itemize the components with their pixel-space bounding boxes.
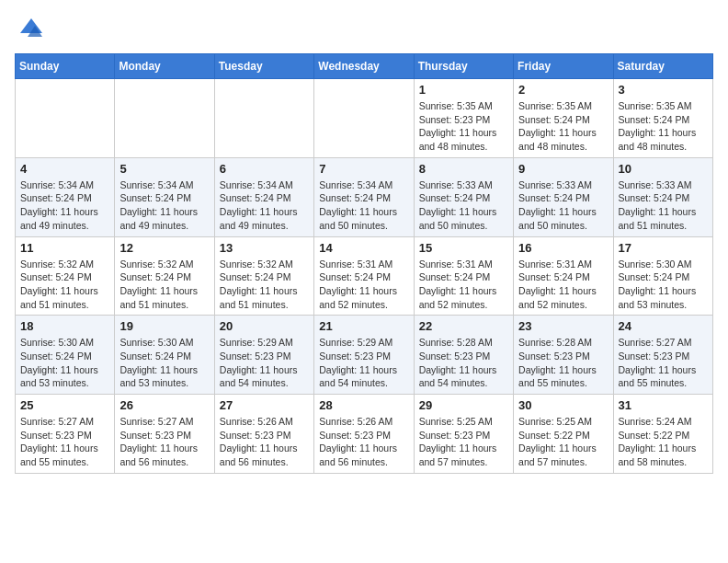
- day-number: 11: [20, 241, 109, 255]
- logo: [15, 15, 48, 44]
- day-info: Sunrise: 5:33 AM Sunset: 5:24 PM Dayligh…: [619, 178, 708, 233]
- day-number: 19: [119, 319, 209, 333]
- day-info: Sunrise: 5:35 AM Sunset: 5:24 PM Dayligh…: [518, 99, 608, 154]
- weekday-header-monday: Monday: [115, 54, 214, 79]
- day-info: Sunrise: 5:34 AM Sunset: 5:24 PM Dayligh…: [220, 178, 309, 233]
- day-number: 25: [20, 398, 109, 412]
- day-number: 26: [119, 398, 209, 412]
- day-number: 2: [518, 83, 608, 97]
- day-number: 12: [119, 241, 209, 255]
- logo-icon: [15, 15, 44, 44]
- calendar-cell: 18Sunrise: 5:30 AM Sunset: 5:24 PM Dayli…: [16, 316, 115, 395]
- calendar-cell: 30Sunrise: 5:25 AM Sunset: 5:22 PM Dayli…: [514, 395, 613, 474]
- day-number: 3: [619, 83, 708, 97]
- day-number: 5: [119, 162, 209, 176]
- day-info: Sunrise: 5:32 AM Sunset: 5:24 PM Dayligh…: [119, 258, 209, 312]
- calendar-cell: 5Sunrise: 5:34 AM Sunset: 5:24 PM Daylig…: [115, 157, 214, 236]
- day-number: 14: [319, 241, 408, 255]
- calendar-cell: 8Sunrise: 5:33 AM Sunset: 5:24 PM Daylig…: [414, 157, 513, 236]
- calendar-cell: 17Sunrise: 5:30 AM Sunset: 5:24 PM Dayli…: [613, 236, 712, 316]
- day-number: 9: [518, 162, 608, 176]
- calendar-cell: [214, 79, 313, 158]
- day-info: Sunrise: 5:30 AM Sunset: 5:24 PM Dayligh…: [619, 258, 708, 312]
- day-info: Sunrise: 5:26 AM Sunset: 5:23 PM Dayligh…: [220, 415, 309, 469]
- day-info: Sunrise: 5:35 AM Sunset: 5:23 PM Dayligh…: [419, 99, 508, 154]
- svg-marker-0: [20, 18, 42, 33]
- day-number: 20: [220, 319, 309, 333]
- day-number: 27: [220, 398, 309, 412]
- calendar-cell: 25Sunrise: 5:27 AM Sunset: 5:23 PM Dayli…: [16, 395, 115, 474]
- day-number: 13: [220, 241, 309, 255]
- calendar-cell: 10Sunrise: 5:33 AM Sunset: 5:24 PM Dayli…: [613, 157, 712, 236]
- calendar-cell: 14Sunrise: 5:31 AM Sunset: 5:24 PM Dayli…: [314, 236, 414, 316]
- calendar-cell: 7Sunrise: 5:34 AM Sunset: 5:24 PM Daylig…: [314, 157, 414, 236]
- calendar-header-row: SundayMondayTuesdayWednesdayThursdayFrid…: [16, 54, 713, 79]
- day-number: 28: [319, 398, 408, 412]
- calendar-cell: 13Sunrise: 5:32 AM Sunset: 5:24 PM Dayli…: [214, 236, 313, 316]
- calendar-cell: 27Sunrise: 5:26 AM Sunset: 5:23 PM Dayli…: [214, 395, 313, 474]
- day-info: Sunrise: 5:27 AM Sunset: 5:23 PM Dayligh…: [619, 336, 708, 390]
- day-info: Sunrise: 5:27 AM Sunset: 5:23 PM Dayligh…: [119, 415, 209, 469]
- calendar-cell: 29Sunrise: 5:25 AM Sunset: 5:23 PM Dayli…: [414, 395, 513, 474]
- weekday-header-thursday: Thursday: [414, 54, 513, 79]
- day-number: 15: [419, 241, 508, 255]
- day-info: Sunrise: 5:32 AM Sunset: 5:24 PM Dayligh…: [20, 258, 109, 312]
- calendar-cell: 22Sunrise: 5:28 AM Sunset: 5:23 PM Dayli…: [414, 316, 513, 395]
- day-info: Sunrise: 5:29 AM Sunset: 5:23 PM Dayligh…: [319, 336, 408, 390]
- weekday-header-saturday: Saturday: [613, 54, 712, 79]
- weekday-header-friday: Friday: [514, 54, 613, 79]
- calendar-week-2: 4Sunrise: 5:34 AM Sunset: 5:24 PM Daylig…: [16, 157, 713, 236]
- day-info: Sunrise: 5:34 AM Sunset: 5:24 PM Dayligh…: [119, 178, 209, 233]
- day-number: 1: [419, 83, 508, 97]
- calendar-table: SundayMondayTuesdayWednesdayThursdayFrid…: [15, 53, 713, 474]
- calendar-cell: 6Sunrise: 5:34 AM Sunset: 5:24 PM Daylig…: [214, 157, 313, 236]
- calendar-cell: [314, 79, 414, 158]
- day-info: Sunrise: 5:30 AM Sunset: 5:24 PM Dayligh…: [119, 336, 209, 390]
- day-number: 4: [20, 162, 109, 176]
- day-info: Sunrise: 5:27 AM Sunset: 5:23 PM Dayligh…: [20, 415, 109, 469]
- calendar-cell: 9Sunrise: 5:33 AM Sunset: 5:24 PM Daylig…: [514, 157, 613, 236]
- day-number: 10: [619, 162, 708, 176]
- day-number: 29: [419, 398, 508, 412]
- weekday-header-tuesday: Tuesday: [214, 54, 313, 79]
- day-info: Sunrise: 5:32 AM Sunset: 5:24 PM Dayligh…: [220, 258, 309, 312]
- day-number: 16: [518, 241, 608, 255]
- day-info: Sunrise: 5:28 AM Sunset: 5:23 PM Dayligh…: [419, 336, 508, 390]
- day-info: Sunrise: 5:33 AM Sunset: 5:24 PM Dayligh…: [518, 178, 608, 233]
- day-info: Sunrise: 5:31 AM Sunset: 5:24 PM Dayligh…: [319, 258, 408, 312]
- day-number: 31: [619, 398, 708, 412]
- calendar-week-1: 1Sunrise: 5:35 AM Sunset: 5:23 PM Daylig…: [16, 79, 713, 158]
- day-info: Sunrise: 5:34 AM Sunset: 5:24 PM Dayligh…: [319, 178, 408, 233]
- day-info: Sunrise: 5:28 AM Sunset: 5:23 PM Dayligh…: [518, 336, 608, 390]
- weekday-header-wednesday: Wednesday: [314, 54, 414, 79]
- day-number: 8: [419, 162, 508, 176]
- day-info: Sunrise: 5:35 AM Sunset: 5:24 PM Dayligh…: [619, 99, 708, 154]
- day-number: 24: [619, 319, 708, 333]
- calendar-cell: 26Sunrise: 5:27 AM Sunset: 5:23 PM Dayli…: [115, 395, 214, 474]
- day-number: 17: [619, 241, 708, 255]
- day-info: Sunrise: 5:30 AM Sunset: 5:24 PM Dayligh…: [20, 336, 109, 390]
- day-info: Sunrise: 5:34 AM Sunset: 5:24 PM Dayligh…: [20, 178, 109, 233]
- calendar-cell: 12Sunrise: 5:32 AM Sunset: 5:24 PM Dayli…: [115, 236, 214, 316]
- calendar-cell: 2Sunrise: 5:35 AM Sunset: 5:24 PM Daylig…: [514, 79, 613, 158]
- calendar-cell: 11Sunrise: 5:32 AM Sunset: 5:24 PM Dayli…: [16, 236, 115, 316]
- calendar-cell: 15Sunrise: 5:31 AM Sunset: 5:24 PM Dayli…: [414, 236, 513, 316]
- day-info: Sunrise: 5:25 AM Sunset: 5:23 PM Dayligh…: [419, 415, 508, 469]
- calendar-cell: 31Sunrise: 5:24 AM Sunset: 5:22 PM Dayli…: [613, 395, 712, 474]
- day-number: 7: [319, 162, 408, 176]
- calendar-cell: 16Sunrise: 5:31 AM Sunset: 5:24 PM Dayli…: [514, 236, 613, 316]
- day-info: Sunrise: 5:25 AM Sunset: 5:22 PM Dayligh…: [518, 415, 608, 469]
- day-number: 21: [319, 319, 408, 333]
- calendar-cell: 4Sunrise: 5:34 AM Sunset: 5:24 PM Daylig…: [16, 157, 115, 236]
- calendar-week-5: 25Sunrise: 5:27 AM Sunset: 5:23 PM Dayli…: [16, 395, 713, 474]
- day-number: 23: [518, 319, 608, 333]
- day-info: Sunrise: 5:31 AM Sunset: 5:24 PM Dayligh…: [518, 258, 608, 312]
- calendar-cell: 21Sunrise: 5:29 AM Sunset: 5:23 PM Dayli…: [314, 316, 414, 395]
- day-info: Sunrise: 5:26 AM Sunset: 5:23 PM Dayligh…: [319, 415, 408, 469]
- calendar-week-4: 18Sunrise: 5:30 AM Sunset: 5:24 PM Dayli…: [16, 316, 713, 395]
- calendar-cell: 3Sunrise: 5:35 AM Sunset: 5:24 PM Daylig…: [613, 79, 712, 158]
- calendar-cell: 23Sunrise: 5:28 AM Sunset: 5:23 PM Dayli…: [514, 316, 613, 395]
- day-number: 30: [518, 398, 608, 412]
- calendar-cell: 28Sunrise: 5:26 AM Sunset: 5:23 PM Dayli…: [314, 395, 414, 474]
- day-number: 18: [20, 319, 109, 333]
